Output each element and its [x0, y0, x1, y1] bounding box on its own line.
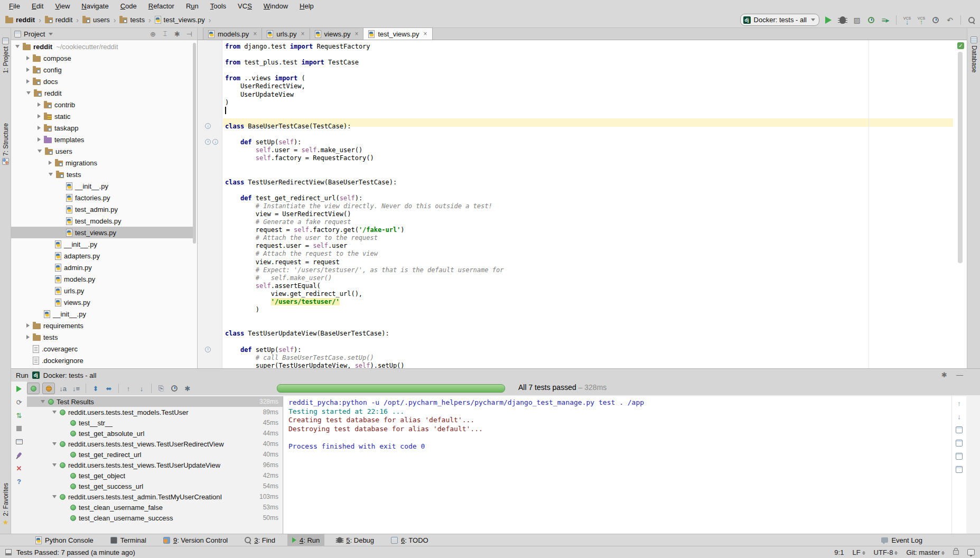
tool-button-database[interactable]: Database	[967, 36, 980, 72]
show-passed-toggle[interactable]	[27, 383, 40, 394]
stop-button[interactable]	[15, 424, 23, 433]
menu-item-navigate[interactable]: Navigate	[76, 0, 114, 12]
run-test-gutter-icon[interactable]: ↓	[212, 139, 218, 145]
menu-item-edit[interactable]: Edit	[26, 0, 49, 12]
editor-scrollbar[interactable]	[958, 52, 963, 263]
close-icon[interactable]: ×	[253, 30, 257, 38]
menu-item-file[interactable]: File	[3, 0, 26, 12]
scroll-to-end-icon[interactable]	[955, 439, 963, 447]
tree-expander[interactable]	[41, 400, 45, 403]
tree-expander[interactable]	[26, 335, 30, 339]
tool-button-favorites[interactable]: 2: Favorites ★	[0, 483, 11, 526]
collapse-all-button[interactable]: ⌶	[161, 30, 170, 38]
tree-item-models-py[interactable]: models.py	[11, 273, 193, 285]
tree-item-config[interactable]: config	[11, 64, 193, 76]
run-button[interactable]	[823, 15, 834, 25]
show-ignored-toggle[interactable]	[42, 383, 55, 394]
status-widget-git-master[interactable]: Git: master	[906, 548, 945, 556]
hide-panel-button[interactable]: —	[955, 371, 964, 379]
next-test-button[interactable]: ↓	[136, 383, 147, 394]
tree-item-migrations[interactable]: migrations	[11, 157, 193, 169]
tree-expander[interactable]	[26, 56, 30, 60]
clear-console-icon[interactable]	[955, 466, 963, 473]
local-history-button[interactable]	[930, 15, 941, 25]
project-panel-title[interactable]: Project	[14, 30, 53, 38]
breadcrumb-item[interactable]: tests	[118, 16, 145, 24]
toolwindow-button-python-console[interactable]: Python Console	[31, 534, 98, 546]
menu-item-refactor[interactable]: Refactor	[143, 0, 180, 12]
code-editor[interactable]: ↓↑↓↑ from django.test import RequestFact…	[198, 40, 967, 368]
toggle-toolwindows-icon[interactable]	[5, 549, 12, 555]
run-task-button[interactable]: ≡▸	[880, 15, 891, 25]
test-row-test-get-absolute-url[interactable]: test_get_absolute_url44ms	[27, 428, 283, 439]
tree-expander[interactable]	[49, 173, 53, 176]
toolwindow-button-debug[interactable]: 5: Debug	[332, 534, 379, 546]
expand-all-button[interactable]: ⬍	[90, 383, 101, 394]
toolwindow-button-find[interactable]: 3: Find	[240, 534, 280, 546]
tree-item--coveragerc[interactable]: .coveragerc	[11, 343, 193, 355]
tree-expander[interactable]	[52, 495, 57, 498]
undo-button[interactable]: ↶	[945, 15, 955, 25]
menu-item-tools[interactable]: Tools	[204, 0, 232, 12]
tree-expander[interactable]	[38, 126, 41, 130]
tree-expander[interactable]	[26, 91, 31, 95]
tree-item-urls-py[interactable]: urls.py	[11, 285, 193, 296]
tree-item--init-py[interactable]: __init__.py	[11, 308, 193, 320]
debug-button[interactable]	[837, 15, 848, 25]
tree-item-admin-py[interactable]: admin.py	[11, 262, 193, 273]
menu-item-window[interactable]: Window	[258, 0, 294, 12]
sort-alphabetically-button[interactable]: ↓a	[58, 383, 68, 394]
tree-expander[interactable]	[49, 161, 52, 165]
tree-item-requirements[interactable]: requirements	[11, 320, 193, 331]
tree-item-static[interactable]: static	[11, 110, 193, 122]
tree-item--init-py[interactable]: __init__.py	[11, 238, 193, 250]
lock-icon[interactable]	[953, 550, 959, 555]
test-row-reddit-users-tests-test-views-testuserupdateview[interactable]: reddit.users.tests.test_views.TestUserUp…	[27, 460, 283, 470]
tree-item-templates[interactable]: templates	[11, 134, 193, 145]
tree-expander[interactable]	[52, 442, 57, 445]
menu-item-help[interactable]: Help	[294, 0, 320, 12]
tree-expander[interactable]	[38, 114, 41, 118]
tree-item--init-py[interactable]: __init__.py	[11, 180, 193, 192]
breadcrumb-item[interactable]: reddit	[4, 16, 36, 24]
tree-expander[interactable]	[38, 150, 42, 153]
tree-item-tests[interactable]: tests	[11, 169, 193, 180]
test-row-test-results[interactable]: Test Results328ms	[27, 396, 283, 407]
gear-icon[interactable]: ✱	[173, 30, 182, 38]
rerun-button[interactable]	[15, 385, 23, 393]
tree-expander[interactable]	[38, 103, 41, 107]
editor-tab-views-py[interactable]: views.py×	[310, 27, 364, 40]
menu-item-view[interactable]: View	[49, 0, 76, 12]
tree-item-reddit[interactable]: reddit~/cookiecutter/reddit	[11, 41, 193, 52]
tree-item-test-admin-py[interactable]: test_admin.py	[11, 203, 193, 215]
highlighting-level-icon[interactable]	[967, 549, 975, 555]
test-row-test-clean-username-false[interactable]: test_clean_username_false53ms	[27, 502, 283, 513]
tree-item-taskapp[interactable]: taskapp	[11, 122, 193, 134]
pin-tab-button[interactable]	[15, 451, 23, 459]
tree-expander[interactable]	[26, 323, 30, 328]
test-row-reddit-users-tests-test-models-testuser[interactable]: reddit.users.tests.test_models.TestUser8…	[27, 407, 283, 417]
tree-item-users[interactable]: users	[11, 145, 193, 157]
collapse-all-button[interactable]: ⬌	[104, 383, 114, 394]
print-icon[interactable]	[955, 452, 963, 460]
toolwindow-button-terminal[interactable]: Terminal	[106, 534, 151, 546]
tree-expander[interactable]	[15, 45, 20, 48]
test-row-test-get-success-url[interactable]: test_get_success_url54ms	[27, 481, 283, 491]
menu-item-run[interactable]: Run	[180, 0, 204, 12]
soft-wrap-icon[interactable]	[955, 426, 963, 434]
tree-item-tests[interactable]: tests	[11, 331, 193, 343]
close-button[interactable]: ✕	[15, 464, 23, 472]
tree-item-views-py[interactable]: views.py	[11, 296, 193, 308]
menu-item-vcs[interactable]: VCS	[232, 0, 258, 12]
run-test-gutter-icon[interactable]: ↑	[205, 347, 211, 352]
test-row-test-get-redirect-url[interactable]: test_get_redirect_url40ms	[27, 449, 283, 460]
sort-by-duration-button[interactable]: ↓≡	[71, 383, 81, 394]
breadcrumb-item[interactable]: users	[81, 16, 111, 24]
toolwindow-button-event-log[interactable]: Event Log	[876, 534, 927, 546]
run-console[interactable]: reddit_pycha:python -u /opt/.pycharm_hel…	[284, 396, 951, 534]
tree-expander[interactable]	[38, 137, 41, 142]
editor-tab-urls-py[interactable]: urls.py×	[262, 27, 310, 40]
tree-expander[interactable]	[26, 79, 30, 83]
test-row-reddit-users-tests-test-admin-testmyusercreationi[interactable]: reddit.users.tests.test_admin.TestMyUser…	[27, 491, 283, 502]
test-row-test-get-object[interactable]: test_get_object42ms	[27, 470, 283, 481]
